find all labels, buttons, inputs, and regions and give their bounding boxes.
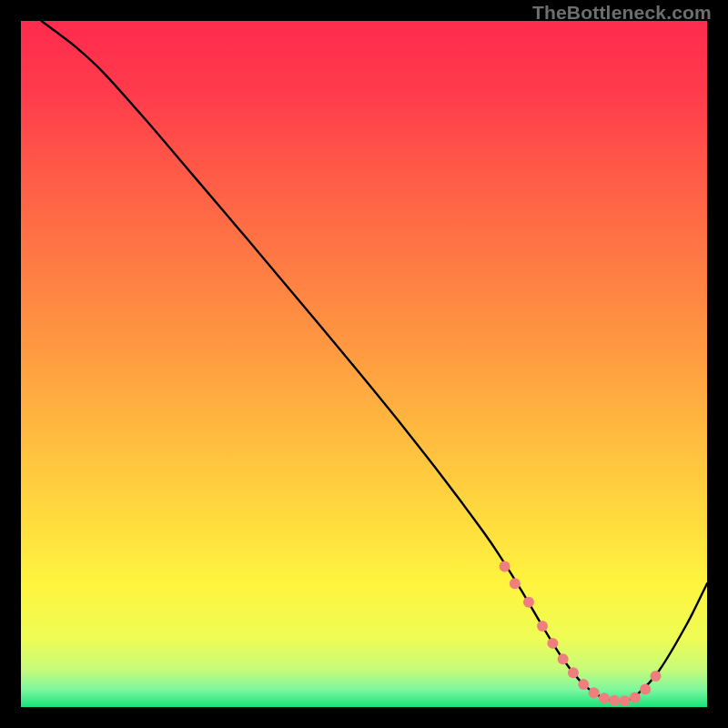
- highlight-point: [510, 578, 521, 589]
- highlight-point: [500, 561, 511, 571]
- highlight-point: [547, 638, 558, 649]
- highlight-point: [640, 683, 651, 694]
- highlight-point: [620, 695, 631, 706]
- gradient-background: [21, 21, 707, 707]
- highlight-point: [609, 695, 620, 706]
- highlight-point: [650, 671, 661, 682]
- plot-area: [21, 21, 707, 707]
- highlight-point: [568, 667, 579, 678]
- highlight-point: [578, 679, 589, 690]
- highlight-point: [537, 621, 548, 632]
- watermark-text: TheBottleneck.com: [532, 2, 712, 24]
- highlight-point: [523, 597, 534, 608]
- highlight-point: [558, 653, 569, 664]
- highlight-point: [630, 692, 641, 703]
- highlight-point: [599, 693, 610, 703]
- chart-stage: TheBottleneck.com: [0, 0, 728, 728]
- plot-svg: [21, 21, 707, 707]
- highlight-point: [589, 687, 600, 698]
